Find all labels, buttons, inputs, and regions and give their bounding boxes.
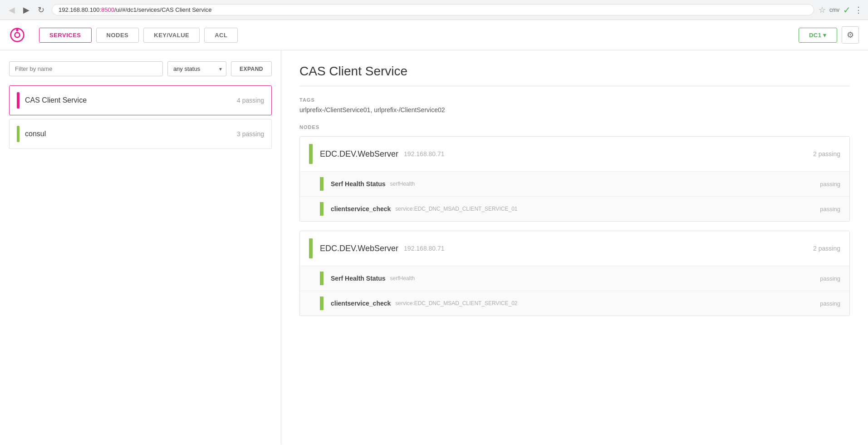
- node-status-bar-1: [309, 144, 313, 164]
- check-row: Serf Health Status serfHealth passing: [300, 266, 849, 291]
- check-status-indicator: [320, 297, 324, 310]
- keyvalue-nav-button[interactable]: KEY/VALUE: [143, 28, 200, 43]
- service-item-cas[interactable]: CAS Client Service 4 passing: [9, 85, 272, 115]
- check-id: serfHealth: [390, 181, 415, 187]
- service-count: 3 passing: [237, 130, 264, 138]
- services-nav-button[interactable]: SERVICES: [39, 28, 92, 43]
- address-port: :8500: [99, 6, 114, 13]
- node-name-1: EDC.DEV.WebServer: [320, 149, 398, 159]
- node-card-1: EDC.DEV.WebServer 192.168.80.71 2 passin…: [299, 136, 850, 222]
- check-name: Serf Health Status: [331, 275, 386, 282]
- service-name: consul: [25, 130, 231, 138]
- check-row: clientservice_check service:EDC_DNC_MSAD…: [300, 291, 849, 316]
- node-ip-1: 192.168.80.71: [404, 150, 445, 158]
- check-id: serfHealth: [390, 275, 415, 282]
- svg-point-2: [16, 29, 18, 31]
- node-passing-2: 2 passing: [813, 245, 840, 252]
- bookmark-icon[interactable]: ☆: [819, 5, 826, 15]
- check-status: passing: [820, 275, 840, 282]
- user-label: cmv: [829, 7, 839, 13]
- service-status-indicator: [17, 92, 20, 109]
- security-check-icon: ✓: [843, 5, 851, 15]
- tags-section: TAGS urlprefix-/ClientService01, urlpref…: [299, 97, 850, 114]
- svg-point-1: [15, 33, 20, 38]
- check-id: service:EDC_DNC_MSAD_CLIENT_SERVICE_01: [395, 206, 517, 212]
- logo[interactable]: [9, 27, 25, 43]
- check-status-indicator: [320, 202, 324, 216]
- node-checks-1: Serf Health Status serfHealth passing cl…: [300, 171, 849, 221]
- nodes-nav-button[interactable]: NODES: [96, 28, 139, 43]
- dc1-nav-button[interactable]: DC1 ▾: [799, 28, 837, 43]
- check-row: clientservice_check service:EDC_DNC_MSAD…: [300, 196, 849, 221]
- node-ip-2: 192.168.80.71: [404, 245, 445, 252]
- tags-value: urlprefix-/ClientService01, urlprefix-/C…: [299, 106, 850, 114]
- node-status-bar-2: [309, 238, 313, 258]
- browser-nav-buttons: ◀ ▶ ↻: [5, 4, 47, 16]
- address-text: 192.168.80.100:8500/ui/#/dc1/services/CA…: [59, 6, 807, 13]
- check-name: clientservice_check: [331, 205, 391, 213]
- browser-actions: ☆ cmv ✓ ⋮: [819, 5, 863, 15]
- app-header: SERVICES NODES KEY/VALUE ACL DC1 ▾ ⚙: [0, 20, 868, 50]
- tags-label: TAGS: [299, 97, 850, 103]
- filter-status-select[interactable]: any status passing warning critical: [167, 61, 226, 76]
- node-passing-1: 2 passing: [813, 150, 840, 158]
- settings-button[interactable]: ⚙: [842, 26, 859, 44]
- check-status: passing: [820, 206, 840, 213]
- check-name: clientservice_check: [331, 300, 391, 307]
- sidebar-filters: any status passing warning critical EXPA…: [9, 61, 272, 76]
- filter-status-wrapper: any status passing warning critical: [167, 61, 226, 76]
- check-status: passing: [820, 300, 840, 307]
- check-name: Serf Health Status: [331, 180, 386, 188]
- service-name: CAS Client Service: [25, 96, 231, 104]
- browser-chrome: ◀ ▶ ↻ 192.168.80.100:8500/ui/#/dc1/servi…: [0, 0, 868, 20]
- nodes-section-label: NODES: [299, 124, 850, 130]
- back-button[interactable]: ◀: [5, 4, 18, 16]
- node-header-1: EDC.DEV.WebServer 192.168.80.71 2 passin…: [300, 137, 849, 171]
- sidebar: any status passing warning critical EXPA…: [0, 50, 281, 445]
- node-checks-2: Serf Health Status serfHealth passing cl…: [300, 266, 849, 316]
- service-status-indicator: [17, 126, 20, 142]
- node-name-2: EDC.DEV.WebServer: [320, 244, 398, 253]
- service-item-consul[interactable]: consul 3 passing: [9, 119, 272, 149]
- node-header-2: EDC.DEV.WebServer 192.168.80.71 2 passin…: [300, 231, 849, 266]
- address-bar[interactable]: 192.168.80.100:8500/ui/#/dc1/services/CA…: [52, 4, 814, 15]
- browser-menu-icon[interactable]: ⋮: [854, 5, 863, 15]
- acl-nav-button[interactable]: ACL: [204, 28, 238, 43]
- service-detail-title: CAS Client Service: [299, 64, 850, 86]
- check-row: Serf Health Status serfHealth passing: [300, 171, 849, 196]
- check-status-indicator: [320, 177, 324, 191]
- node-card-2: EDC.DEV.WebServer 192.168.80.71 2 passin…: [299, 231, 850, 316]
- check-id: service:EDC_DNC_MSAD_CLIENT_SERVICE_02: [395, 300, 517, 307]
- forward-button[interactable]: ▶: [20, 4, 33, 16]
- reload-button[interactable]: ↻: [34, 4, 47, 16]
- check-status: passing: [820, 181, 840, 188]
- filter-name-input[interactable]: [9, 61, 163, 76]
- main-layout: any status passing warning critical EXPA…: [0, 50, 868, 445]
- gear-icon: ⚙: [847, 30, 854, 40]
- check-status-indicator: [320, 272, 324, 285]
- detail-panel: CAS Client Service TAGS urlprefix-/Clien…: [281, 50, 868, 445]
- expand-button[interactable]: EXPAND: [231, 61, 272, 76]
- service-count: 4 passing: [237, 97, 264, 104]
